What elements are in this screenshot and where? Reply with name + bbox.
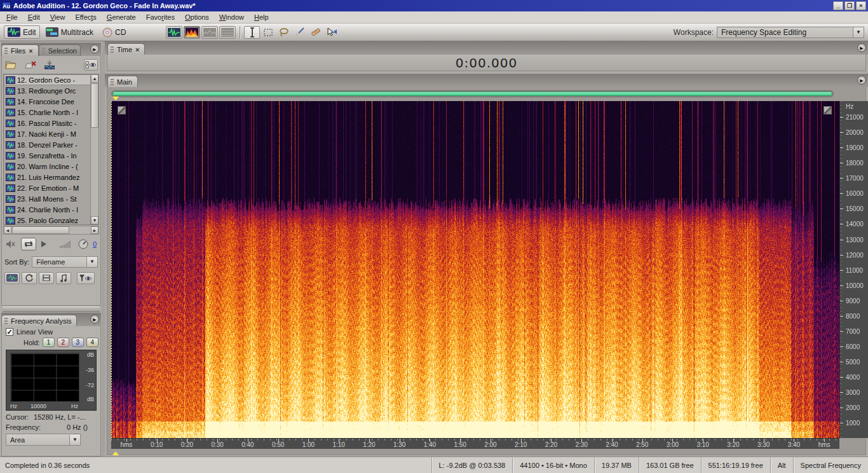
spectral-phase-view-button[interactable] — [219, 26, 236, 39]
menu-help[interactable]: Help — [249, 12, 274, 22]
volume-bars-icon[interactable] — [60, 240, 74, 248]
scrub-tool-button[interactable] — [323, 26, 339, 39]
show-loop-files-icon[interactable] — [22, 272, 37, 284]
menu-favorites[interactable]: Favorites — [141, 12, 180, 22]
panel-menu-button[interactable]: ▶ — [90, 45, 99, 53]
file-list-item[interactable]: 18. Denzel Parker - — [4, 139, 98, 150]
scroll-down-icon[interactable]: ▼ — [91, 216, 98, 224]
autoplay-speaker-icon[interactable] — [6, 240, 17, 249]
time-selection-tool-button[interactable] — [244, 26, 260, 39]
minimize-button[interactable]: _ — [833, 1, 843, 10]
timeline-ruler[interactable]: hms0:100:200:300:400:501:001:101:201:301… — [111, 438, 839, 449]
file-list-vscrollbar[interactable]: ▲▼ — [90, 74, 98, 224]
menu-options[interactable]: Options — [180, 12, 214, 22]
tab-time[interactable]: Time × — [107, 43, 145, 55]
file-list-item[interactable]: 24. Charlie North - I — [4, 204, 98, 215]
hscroll-thumb[interactable] — [12, 226, 69, 234]
file-list-item[interactable]: 14. Francoise Dee — [4, 96, 98, 107]
lasso-selection-tool-button[interactable] — [276, 26, 292, 39]
edit-view-button[interactable]: Edit — [4, 25, 40, 39]
range-handle-right-icon[interactable] — [824, 106, 832, 114]
area-dropdown-icon[interactable]: ▼ — [69, 435, 80, 445]
show-audio-files-icon[interactable] — [4, 272, 20, 284]
spot-healing-brush-tool-button[interactable] — [308, 26, 323, 39]
sort-by-select[interactable]: Filename ▼ — [32, 256, 98, 268]
menu-view[interactable]: View — [45, 12, 71, 22]
workspace-select[interactable]: Frequency Space Editing ▼ — [717, 27, 864, 38]
sort-by-dropdown-icon[interactable]: ▼ — [86, 257, 97, 267]
playhead-marker-top-icon[interactable] — [112, 97, 119, 100]
spectral-pan-view-button[interactable] — [201, 26, 218, 39]
workspace-dropdown-icon[interactable]: ▼ — [853, 27, 864, 38]
file-list-item[interactable]: 19. Senzafretta - In — [4, 150, 98, 161]
frequency-ruler[interactable]: Hz21000200001900018000170001600015000140… — [839, 101, 868, 438]
file-list-item[interactable]: 17. Naoki Kenji - M — [4, 128, 98, 139]
insert-into-multitrack-icon[interactable] — [43, 59, 57, 71]
show-midi-files-icon[interactable] — [56, 272, 71, 284]
spectrogram-display[interactable] — [111, 101, 839, 438]
tab-selection[interactable]: Selection — [39, 45, 81, 56]
file-list-item[interactable]: 21. Luis Hermandez — [4, 172, 98, 182]
import-file-icon[interactable] — [4, 59, 18, 71]
horizontal-zoom-scrollbar[interactable] — [111, 90, 834, 97]
volume-knob[interactable] — [78, 239, 88, 249]
play-button[interactable] — [41, 240, 47, 248]
range-handle-left-icon[interactable] — [118, 106, 126, 114]
close-icon[interactable]: × — [135, 46, 139, 53]
file-list-item[interactable]: 23. Hall Moens - St — [4, 193, 98, 204]
scroll-left-icon[interactable]: ◄ — [4, 226, 11, 234]
hold-button-2[interactable]: 2 — [57, 338, 69, 347]
volume-value[interactable]: 0 — [93, 240, 97, 248]
menu-window[interactable]: Window — [214, 12, 249, 22]
marquee-selection-tool-button[interactable] — [260, 26, 276, 39]
multitrack-view-button[interactable]: Multitrack — [43, 26, 97, 38]
dock-splitter[interactable] — [3, 306, 100, 312]
file-list-item[interactable]: 25. Paolo Gonzalez — [4, 215, 98, 225]
file-list-item[interactable]: 16. Pascal Plasitc - — [4, 118, 98, 128]
menu-file[interactable]: File — [1, 12, 23, 22]
panel-menu-button[interactable]: ▶ — [857, 43, 866, 52]
tab-main[interactable]: Main — [107, 76, 138, 87]
file-list-item[interactable]: 20. Warm Incline - ( — [4, 161, 98, 172]
freq-tick-label: 11000 — [846, 267, 863, 274]
file-list-item[interactable]: 13. Redlounge Orc — [4, 85, 98, 96]
panel-menu-button[interactable]: ▶ — [857, 76, 866, 85]
effects-paintbrush-tool-button[interactable] — [292, 26, 308, 39]
playhead-cursor[interactable] — [111, 101, 112, 438]
hscroll-zoom-thumb[interactable] — [112, 92, 832, 96]
file-list-hscrollbar[interactable]: ◄ ► — [3, 226, 99, 235]
menu-generate[interactable]: Generate — [102, 12, 141, 22]
freq-tick — [840, 301, 843, 301]
freq-tick-label: 6000 — [846, 343, 860, 350]
file-list-item[interactable]: 22. For Emotion - M — [4, 182, 98, 193]
file-list-item[interactable]: 12. Gordon Geco - — [4, 74, 98, 85]
tab-frequency-analysis[interactable]: Frequency Analysis — [1, 315, 77, 326]
file-list-item[interactable]: 15. Charlie North - I — [4, 107, 98, 118]
menu-effects[interactable]: Effects — [70, 12, 101, 22]
spectral-frequency-view-button[interactable] — [184, 26, 200, 39]
close-file-icon[interactable] — [24, 59, 37, 71]
frequency-graph[interactable]: dB -36 -72 dB Hz 10000 Hz — [6, 350, 97, 411]
hold-button-1[interactable]: 1 — [43, 338, 55, 347]
cd-view-button[interactable]: CD — [99, 26, 129, 39]
show-video-files-icon[interactable] — [39, 272, 54, 284]
show-options-icon[interactable] — [84, 59, 98, 71]
filter-options-icon[interactable] — [77, 272, 95, 284]
hold-button-3[interactable]: 3 — [72, 338, 84, 347]
tab-files[interactable]: Files × — [1, 45, 39, 56]
playhead-marker-bottom-icon[interactable] — [112, 451, 119, 455]
file-name: 13. Redlounge Orc — [17, 87, 76, 95]
panel-menu-button[interactable]: ▶ — [90, 315, 99, 324]
loop-playback-button[interactable] — [21, 238, 36, 250]
close-icon[interactable]: × — [29, 48, 32, 54]
linear-view-checkbox[interactable]: ✓ — [6, 328, 13, 336]
restore-button[interactable]: ❐ — [844, 1, 855, 10]
menu-edit[interactable]: Edit — [23, 12, 45, 22]
area-select[interactable]: Area ▼ — [6, 434, 81, 446]
waveform-view-button[interactable] — [166, 26, 182, 39]
hold-button-4[interactable]: 4 — [86, 338, 98, 347]
close-button[interactable]: × — [856, 1, 866, 10]
vscroll-thumb[interactable] — [91, 83, 98, 128]
scroll-right-icon[interactable]: ► — [91, 226, 98, 234]
scroll-up-icon[interactable]: ▲ — [91, 74, 98, 83]
